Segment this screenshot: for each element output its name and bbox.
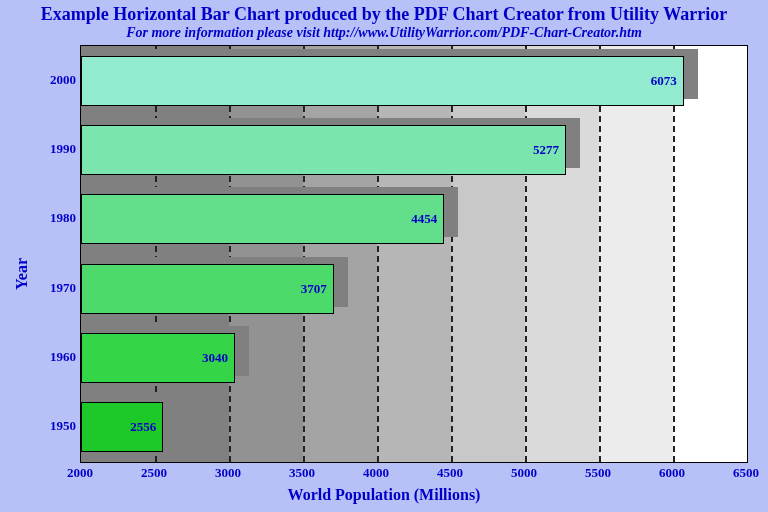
y-tick-label: 1970 [32, 280, 76, 296]
bar-value-label: 4454 [411, 211, 437, 227]
bar-value-label: 3040 [202, 350, 228, 366]
plot-area: 255630403707445452776073 [80, 45, 748, 463]
x-tick-label: 4500 [437, 465, 463, 481]
chart-area: Year 255630403707445452776073 1950196019… [0, 43, 768, 505]
x-tick-label: 4000 [363, 465, 389, 481]
x-tick-label: 3000 [215, 465, 241, 481]
chart-subtitle: For more information please visit http:/… [0, 25, 768, 41]
y-tick-label: 1960 [32, 349, 76, 365]
bar: 3040 [81, 333, 235, 383]
x-tick-label: 6000 [659, 465, 685, 481]
x-tick-label: 3500 [289, 465, 315, 481]
y-tick-label: 1990 [32, 141, 76, 157]
x-tick-label: 5500 [585, 465, 611, 481]
y-axis-label: Year [13, 258, 31, 290]
bar: 6073 [81, 56, 684, 106]
x-axis-label: World Population (Millions) [0, 486, 768, 504]
bar-value-label: 5277 [533, 142, 559, 158]
bar-value-label: 3707 [301, 281, 327, 297]
x-tick-label: 2000 [67, 465, 93, 481]
y-tick-label: 1980 [32, 210, 76, 226]
x-tick-label: 2500 [141, 465, 167, 481]
x-tick-label: 6500 [733, 465, 759, 481]
y-tick-label: 2000 [32, 72, 76, 88]
bar-value-label: 6073 [651, 73, 677, 89]
chart-title: Example Horizontal Bar Chart produced by… [0, 0, 768, 25]
x-tick-label: 5000 [511, 465, 537, 481]
y-tick-label: 1950 [32, 418, 76, 434]
bar-value-label: 2556 [130, 419, 156, 435]
bar: 4454 [81, 194, 444, 244]
bar: 2556 [81, 402, 163, 452]
bar: 5277 [81, 125, 566, 175]
bar: 3707 [81, 264, 334, 314]
